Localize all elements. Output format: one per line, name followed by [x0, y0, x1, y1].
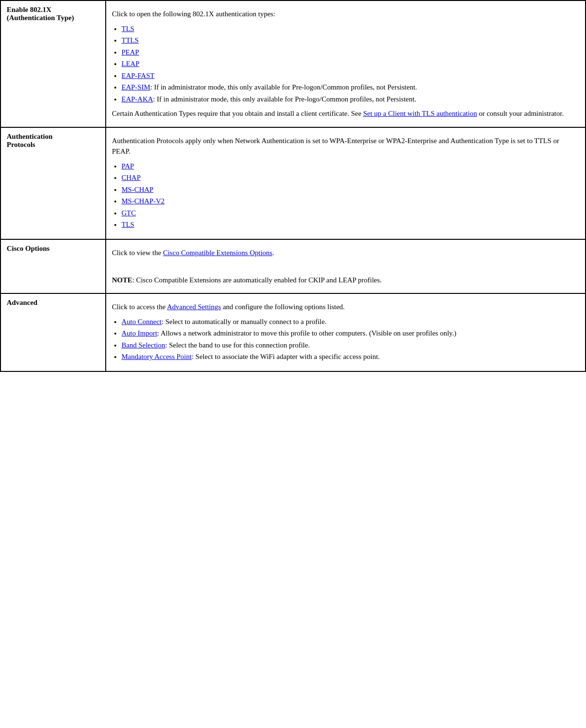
list-item-auto-import: Auto Import: Allows a network administra… [122, 328, 579, 339]
content-advanced: Click to access the Advanced Settings an… [106, 293, 586, 371]
link-ttls[interactable]: TTLS [122, 36, 139, 44]
link-eap-fast[interactable]: EAP-FAST [122, 72, 155, 79]
advanced-list: Auto Connect: Select to automatically or… [122, 316, 579, 362]
note-cisco: NOTE: Cisco Compatible Extensions are au… [112, 275, 579, 286]
list-item-eap-sim: EAP-SIM: If in administrator mode, this … [122, 82, 579, 93]
link-leap[interactable]: LEAP [122, 60, 140, 67]
link-chap[interactable]: CHAP [122, 174, 141, 181]
intro-text-advanced: Click to access the Advanced Settings an… [112, 302, 579, 313]
content-enable-802-1x: Click to open the following 802.1X authe… [106, 0, 586, 127]
auth-type-list: TLS TTLS PEAP LEAP EAP-FAST EAP-SIM: If … [122, 23, 579, 105]
auth-protocols-list: PAP CHAP MS-CHAP MS-CHAP-V2 GTC TLS [122, 161, 579, 230]
list-item-eap-aka: EAP-AKA: If in administrator mode, this … [122, 94, 579, 105]
footer-text-802-1x: Certain Authentication Types require tha… [112, 108, 579, 119]
label-enable-802-1x: Enable 802.1X(Authentication Type) [0, 0, 106, 127]
link-tls-protocol[interactable]: TLS [122, 221, 134, 228]
link-eap-aka[interactable]: EAP-AKA [122, 95, 153, 103]
list-item-ttls: TTLS [122, 35, 579, 46]
row-auth-protocols: AuthenticationProtocols Authentication P… [0, 127, 586, 239]
list-item-eap-fast: EAP-FAST [122, 70, 579, 81]
list-item-pap: PAP [122, 161, 579, 172]
row-enable-802-1x: Enable 802.1X(Authentication Type) Click… [0, 0, 586, 127]
label-auth-protocols: AuthenticationProtocols [0, 127, 106, 239]
link-auto-import[interactable]: Auto Import [122, 329, 157, 337]
link-cisco-compatible-extensions[interactable]: Cisco Compatible Extensions Options [163, 249, 273, 257]
list-item-ms-chap-v2: MS-CHAP-V2 [122, 196, 579, 207]
link-advanced-settings[interactable]: Advanced Settings [167, 303, 221, 311]
link-tls-setup[interactable]: Set up a Client with TLS authentication [363, 110, 477, 117]
link-gtc[interactable]: GTC [122, 209, 136, 217]
list-item-gtc: GTC [122, 208, 579, 219]
list-item-mandatory-access-point: Mandatory Access Point: Select to associ… [122, 351, 579, 362]
link-tls[interactable]: TLS [122, 25, 134, 33]
content-cisco-options: Click to view the Cisco Compatible Exten… [106, 239, 586, 294]
link-mandatory-access-point[interactable]: Mandatory Access Point [122, 353, 192, 360]
link-pap[interactable]: PAP [122, 162, 134, 170]
label-cisco-options: Cisco Options [0, 239, 106, 294]
list-item-leap: LEAP [122, 58, 579, 69]
intro-text-802-1x: Click to open the following 802.1X authe… [112, 9, 579, 20]
link-eap-sim[interactable]: EAP-SIM [122, 83, 150, 91]
content-auth-protocols: Authentication Protocols apply only when… [106, 127, 586, 239]
note-label: NOTE [112, 276, 133, 284]
link-band-selection[interactable]: Band Selection [122, 341, 165, 349]
link-ms-chap-v2[interactable]: MS-CHAP-V2 [122, 197, 165, 205]
label-advanced: Advanced [0, 293, 106, 371]
intro-text-cisco: Click to view the Cisco Compatible Exten… [112, 247, 579, 258]
link-ms-chap[interactable]: MS-CHAP [122, 186, 154, 193]
list-item-chap: CHAP [122, 172, 579, 183]
list-item-tls: TLS [122, 23, 579, 34]
intro-text-auth-protocols: Authentication Protocols apply only when… [112, 135, 579, 157]
list-item-tls-protocol: TLS [122, 219, 579, 230]
list-item-auto-connect: Auto Connect: Select to automatically or… [122, 316, 579, 327]
list-item-peap: PEAP [122, 47, 579, 58]
row-cisco-options: Cisco Options Click to view the Cisco Co… [0, 239, 586, 294]
list-item-ms-chap: MS-CHAP [122, 184, 579, 195]
link-auto-connect[interactable]: Auto Connect [122, 318, 162, 325]
main-content-table: Enable 802.1X(Authentication Type) Click… [0, 0, 586, 372]
list-item-band-selection: Band Selection: Select the band to use f… [122, 340, 579, 351]
row-advanced: Advanced Click to access the Advanced Se… [0, 293, 586, 371]
link-peap[interactable]: PEAP [122, 48, 139, 56]
